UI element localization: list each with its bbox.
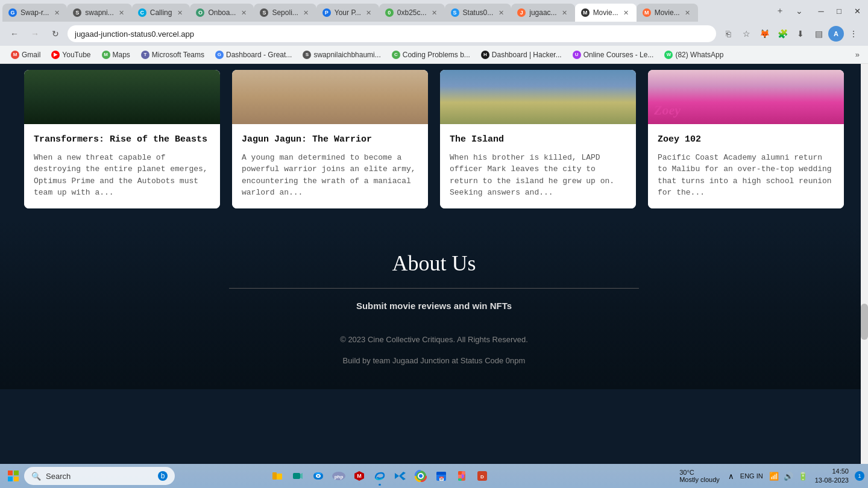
- browser-tab[interactable]: O Onboa... ✕: [190, 4, 254, 22]
- bookmark-item[interactable]: G Dashboard - Great...: [210, 49, 297, 60]
- back-button[interactable]: ←: [6, 25, 23, 42]
- profile-avatar[interactable]: A: [828, 26, 844, 42]
- taskbar-app-edge[interactable]: [370, 466, 389, 486]
- taskbar-search-label: Search: [46, 472, 71, 481]
- taskbar-app-figma[interactable]: [452, 466, 471, 486]
- tab-bar-actions: ＋ ⌄: [772, 2, 808, 19]
- browser-tab[interactable]: J jugaac... ✕: [511, 4, 574, 22]
- wifi-icon[interactable]: 📶: [768, 471, 780, 482]
- taskbar-app-vscode[interactable]: [391, 466, 410, 486]
- bookmark-item[interactable]: S swapnilaichbhaumi...: [298, 49, 385, 60]
- taskbar-app-malware[interactable]: M: [350, 466, 369, 486]
- lang-indicator[interactable]: ENG IN: [738, 471, 766, 481]
- bookmark-label: Coding Problems b...: [403, 51, 470, 59]
- bookmark-item[interactable]: M Maps: [97, 49, 135, 60]
- star-icon[interactable]: ☆: [738, 25, 755, 42]
- taskbar-app-explorer[interactable]: [309, 466, 328, 486]
- tab-close-button[interactable]: ✕: [239, 8, 248, 17]
- tab-close-button[interactable]: ✕: [52, 8, 61, 17]
- taskbar-app-calendar[interactable]: 📅: [432, 466, 451, 486]
- svg-text:📅: 📅: [438, 476, 444, 481]
- minimize-button[interactable]: ─: [813, 2, 829, 19]
- taskbar: 🔍 Search b php M 📅: [0, 464, 868, 488]
- system-tray: 30°C Mostly cloudy ∧ ENG IN 📶 🔊 🔋 14:50 …: [676, 467, 864, 486]
- bookmark-item[interactable]: ▶ YouTube: [46, 49, 95, 60]
- browser-tab[interactable]: M Movie... ✕: [575, 4, 637, 22]
- browser-tab[interactable]: M Movie... ✕: [637, 4, 698, 22]
- browser-tab[interactable]: S Status0... ✕: [445, 4, 512, 22]
- tab-overflow-button[interactable]: ⌄: [791, 2, 808, 19]
- tab-close-button[interactable]: ✕: [684, 8, 692, 17]
- tab-close-button[interactable]: ✕: [622, 8, 631, 17]
- battery-icon[interactable]: 🔋: [797, 471, 809, 482]
- weather-widget[interactable]: 30°C Mostly cloudy: [676, 468, 723, 484]
- taskbar-search[interactable]: 🔍 Search b: [24, 467, 175, 485]
- bookmark-item[interactable]: C Coding Problems b...: [387, 49, 475, 60]
- movie-description: When his brother is killed, LAPD officer…: [450, 152, 626, 199]
- taskbar-app-php[interactable]: php: [329, 466, 348, 486]
- layout-icon[interactable]: ▤: [810, 25, 827, 42]
- reload-button[interactable]: ↻: [47, 25, 64, 42]
- puzzle-icon[interactable]: 🧩: [774, 25, 791, 42]
- forward-button[interactable]: →: [27, 25, 43, 42]
- taskbar-app-chrome[interactable]: [411, 466, 430, 486]
- svg-text:M: M: [357, 473, 362, 479]
- browser-tab[interactable]: P Your P... ✕: [316, 4, 379, 22]
- movie-card: Transformers: Rise of the Beasts When a …: [24, 70, 220, 208]
- bookmark-item[interactable]: T Microsoft Teams: [136, 49, 209, 60]
- temperature: 30°C: [679, 469, 694, 476]
- movies-section: Transformers: Rise of the Beasts When a …: [0, 64, 868, 221]
- new-tab-button[interactable]: ＋: [772, 2, 788, 19]
- scrollbar-thumb[interactable]: [861, 304, 868, 340]
- tab-close-button[interactable]: ✕: [302, 8, 310, 17]
- tab-close-button[interactable]: ✕: [175, 8, 184, 17]
- maximize-button[interactable]: □: [831, 2, 848, 19]
- svg-rect-24: [458, 475, 462, 478]
- movie-title: Transformers: Rise of the Beasts: [34, 134, 210, 146]
- movie-title: The Island: [450, 134, 626, 146]
- bookmark-item[interactable]: U Online Courses - Le...: [568, 49, 659, 60]
- hidden-icons-button[interactable]: ∧: [727, 471, 735, 482]
- browser-tab[interactable]: C Calling ✕: [132, 4, 190, 22]
- tab-close-button[interactable]: ✕: [365, 8, 373, 17]
- address-bar: ← → ↻ ⎗ ☆ 🦊 🧩 ⬇ ▤ A ⋮: [0, 22, 868, 46]
- bookmark-label: (82) WhatsApp: [675, 51, 723, 59]
- tab-close-button[interactable]: ✕: [561, 8, 569, 17]
- tab-close-button[interactable]: ✕: [497, 8, 505, 17]
- datetime[interactable]: 14:50 13-08-2023: [813, 467, 851, 486]
- start-button[interactable]: [4, 466, 23, 486]
- url-input[interactable]: [68, 25, 716, 42]
- tab-close-button[interactable]: ✕: [430, 8, 439, 17]
- taskbar-app-meet[interactable]: [288, 466, 307, 486]
- movie-card: Zoey Zoey 102 Pacific Coast Academy alum…: [648, 70, 844, 208]
- bookmark-label: Microsoft Teams: [152, 51, 204, 59]
- scrollbar[interactable]: [861, 64, 868, 464]
- fox-icon[interactable]: 🦊: [756, 25, 773, 42]
- svg-point-26: [462, 471, 465, 475]
- tab-close-button[interactable]: ✕: [118, 8, 126, 17]
- movie-card-body: Jagun Jagun: The Warrior A young man det…: [232, 124, 428, 208]
- notification-button[interactable]: 1: [855, 471, 864, 481]
- menu-button[interactable]: ⋮: [845, 25, 862, 42]
- taskbar-app-dev[interactable]: D: [473, 466, 492, 486]
- bookmarks-more[interactable]: »: [853, 49, 862, 60]
- about-subtitle: Submit movie reviews and win NFTs: [356, 301, 512, 311]
- volume-icon[interactable]: 🔊: [782, 471, 794, 482]
- window-controls: ─ □ ✕: [813, 2, 866, 19]
- share-icon[interactable]: ⎗: [720, 25, 737, 42]
- close-button[interactable]: ✕: [849, 2, 866, 19]
- bookmark-item[interactable]: W (82) WhatsApp: [659, 49, 728, 60]
- bookmark-item[interactable]: M Gmail: [6, 49, 45, 60]
- search-icon: 🔍: [31, 472, 41, 481]
- bookmark-item[interactable]: H Dashboard | Hacker...: [476, 49, 567, 60]
- download-icon[interactable]: ⬇: [792, 25, 809, 42]
- browser-tab[interactable]: 0 0xb25c... ✕: [379, 4, 445, 22]
- content-area: Transformers: Rise of the Beasts When a …: [0, 64, 868, 464]
- browser-tab[interactable]: G Swap-r... ✕: [2, 4, 67, 22]
- browser-tab[interactable]: S swapni... ✕: [67, 4, 131, 22]
- tab-label: 0xb25c...: [397, 8, 427, 17]
- taskbar-app-files[interactable]: [268, 466, 287, 486]
- copyright-text: © 2023 Cine Collective Critiques. All Ri…: [340, 335, 528, 344]
- svg-rect-4: [272, 472, 277, 480]
- browser-tab[interactable]: S Sepoli... ✕: [254, 4, 316, 22]
